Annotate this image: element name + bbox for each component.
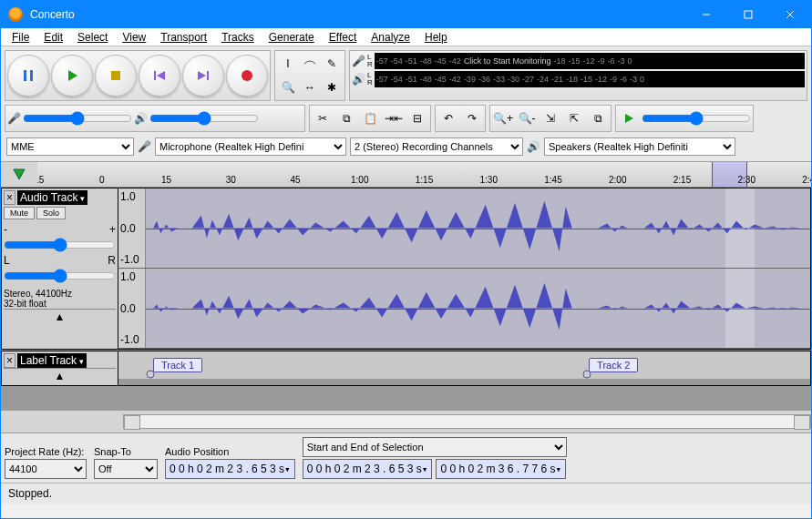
selection-tool-icon[interactable]: I — [277, 53, 299, 75]
record-meter[interactable]: -57-54-51-48-45-42 Click to Start Monito… — [375, 53, 805, 69]
menu-help[interactable]: Help — [417, 29, 455, 46]
selection-start-field[interactable]: 0 0 h 0 2 m 2 3 . 6 5 3 s ▾ — [303, 459, 433, 479]
ruler-tick: 2:15 — [673, 175, 691, 185]
audio-position-field[interactable]: 0 0 h 0 2 m 2 3 . 6 5 3 s ▾ — [165, 459, 295, 479]
ruler-tick: 15 — [161, 175, 171, 185]
play-button[interactable] — [51, 55, 93, 97]
redo-icon[interactable]: ↷ — [461, 107, 483, 129]
ruler-tick: 1:45 — [544, 175, 561, 185]
timeshift-tool-icon[interactable]: ↔ — [299, 76, 321, 98]
pan-slider[interactable] — [4, 269, 116, 283]
channel-right[interactable]: 1.00.0-1.0 — [118, 269, 810, 349]
mute-button[interactable]: Mute — [4, 207, 35, 219]
label-track-dropdown[interactable]: Label Track ▾ — [17, 353, 87, 368]
menubar: File Edit Select View Transport Tracks G… — [1, 28, 811, 46]
svg-marker-14 — [14, 169, 25, 179]
label-marker[interactable]: Track 2 — [589, 358, 638, 372]
paste-icon[interactable]: 📋 — [359, 107, 381, 129]
record-volume-slider[interactable] — [23, 111, 132, 126]
menu-tracks[interactable]: Tracks — [214, 29, 262, 46]
playback-meter[interactable]: -57-54-51-48-45-42-39-36-33-30-27-24-21-… — [375, 71, 805, 87]
lr-label-play: LR — [367, 72, 373, 86]
envelope-tool-icon[interactable] — [299, 53, 321, 75]
fit-selection-icon[interactable]: ⇲ — [540, 107, 561, 129]
menu-analyze[interactable]: Analyze — [364, 29, 417, 46]
selection-end-field[interactable]: 0 0 h 0 2 m 3 6 . 7 7 6 s ▾ — [436, 459, 566, 479]
maximize-button[interactable] — [727, 1, 769, 28]
menu-effect[interactable]: Effect — [322, 29, 364, 46]
speaker-icon: 🔊 — [352, 73, 365, 86]
playhead-icon[interactable] — [1, 162, 37, 187]
lr-label: LR — [367, 54, 373, 68]
label-track-body[interactable]: Track 1 Track 2 — [118, 351, 810, 379]
fit-project-icon[interactable]: ⇱ — [563, 107, 585, 129]
svg-rect-7 — [111, 71, 120, 80]
label-marker[interactable]: Track 1 — [153, 358, 202, 372]
speaker-device-icon: 🔊 — [527, 140, 540, 153]
ruler-tick: 0 — [99, 175, 105, 185]
svg-rect-5 — [30, 70, 33, 81]
mixer-toolbar: 🎤 🔊 — [5, 105, 305, 132]
silence-icon[interactable]: ⊟ — [406, 107, 428, 129]
playback-volume-slider[interactable] — [149, 111, 259, 126]
device-toolbar: MME 🎤 Microphone (Realtek High Defini 2 … — [5, 136, 807, 158]
close-button[interactable] — [769, 1, 811, 28]
track-control-panel: × Audio Track ▾ Mute Solo -+ LR Stereo, … — [2, 188, 118, 349]
zoom-toolbar: 🔍+ 🔍- ⇲ ⇱ ⧉ — [489, 105, 612, 132]
stop-button[interactable] — [95, 55, 137, 97]
minimize-button[interactable] — [685, 1, 727, 28]
hscroll-area — [1, 411, 811, 432]
svg-marker-9 — [157, 71, 165, 80]
pause-button[interactable] — [7, 55, 49, 97]
zoom-in-icon[interactable]: 🔍+ — [492, 107, 514, 129]
playback-device-select[interactable]: Speakers (Realtek High Definiti — [544, 137, 735, 156]
play-at-speed-button[interactable] — [618, 107, 640, 129]
project-rate-label: Project Rate (Hz): — [5, 446, 87, 457]
ruler-tick: 1:00 — [351, 175, 368, 185]
record-channels-select[interactable]: 2 (Stereo) Recording Channels — [350, 137, 523, 156]
ruler[interactable]: -1501530451:001:151:301:452:002:152:302:… — [37, 162, 811, 187]
window-title: Concerto — [30, 8, 685, 21]
skip-start-button[interactable] — [139, 55, 180, 97]
solo-button[interactable]: Solo — [36, 207, 66, 219]
gain-slider[interactable] — [4, 238, 116, 252]
collapse-button[interactable]: ▲ — [4, 309, 116, 324]
track-close-icon[interactable]: × — [4, 190, 15, 205]
menu-view[interactable]: View — [115, 29, 153, 46]
channel-left[interactable]: 1.00.0-1.0 — [118, 188, 810, 269]
skip-end-button[interactable] — [182, 55, 224, 97]
label-track-close-icon[interactable]: × — [4, 353, 15, 368]
record-button[interactable] — [226, 55, 268, 97]
monitor-prompt[interactable]: Click to Start Monitoring — [464, 56, 551, 66]
menu-edit[interactable]: Edit — [36, 29, 70, 46]
track-waveform-area[interactable]: 1.00.0-1.0 1.00.0-1.0 — [118, 188, 810, 349]
svg-rect-4 — [24, 70, 26, 81]
menu-transport[interactable]: Transport — [153, 29, 214, 46]
selection-type-select[interactable]: Start and End of Selection — [303, 437, 567, 457]
cut-icon[interactable]: ✂ — [312, 107, 334, 129]
undo-icon[interactable]: ↶ — [437, 107, 459, 129]
menu-generate[interactable]: Generate — [262, 29, 322, 46]
trim-icon[interactable]: ⇥⇤ — [383, 107, 405, 129]
svg-marker-6 — [68, 70, 77, 81]
playback-speed-slider[interactable] — [642, 111, 751, 126]
zoom-tool-icon[interactable]: 🔍 — [277, 76, 299, 98]
label-collapse-button[interactable]: ▲ — [4, 368, 116, 383]
snap-select[interactable]: Off — [94, 459, 158, 479]
menu-select[interactable]: Select — [70, 29, 115, 46]
project-rate-select[interactable]: 44100 — [5, 459, 87, 479]
multi-tool-icon[interactable]: ✱ — [321, 76, 343, 98]
tools-toolbar: I ✎ 🔍 ↔ ✱ — [274, 50, 345, 101]
copy-icon[interactable]: ⧉ — [335, 107, 357, 129]
hscrollbar[interactable] — [123, 414, 811, 429]
mic-device-icon: 🎤 — [138, 140, 151, 153]
record-device-select[interactable]: Microphone (Realtek High Defini — [155, 137, 346, 156]
draw-tool-icon[interactable]: ✎ — [321, 53, 343, 75]
timeline[interactable]: -1501530451:001:151:301:452:002:152:302:… — [1, 162, 811, 188]
track-name-dropdown[interactable]: Audio Track ▾ — [17, 190, 87, 205]
speaker-slider-icon: 🔊 — [134, 112, 148, 125]
zoom-toggle-icon[interactable]: ⧉ — [587, 107, 609, 129]
zoom-out-icon[interactable]: 🔍- — [516, 107, 538, 129]
audio-host-select[interactable]: MME — [6, 137, 134, 156]
menu-file[interactable]: File — [5, 29, 36, 46]
